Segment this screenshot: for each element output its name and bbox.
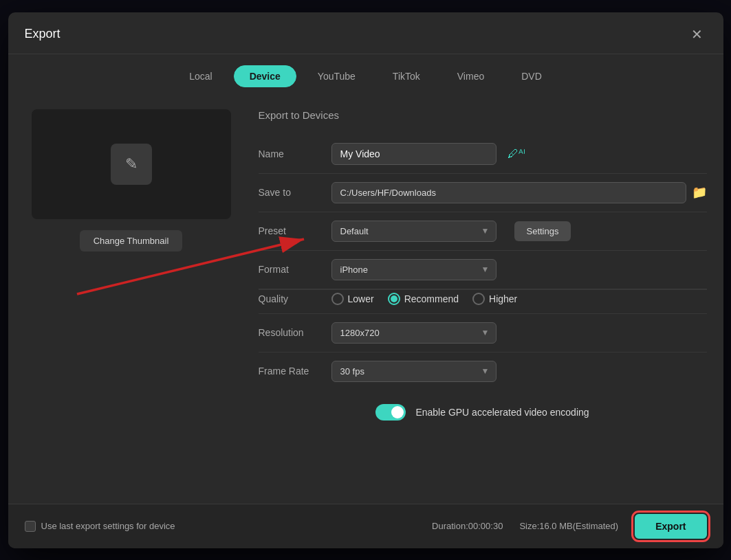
quality-recommend-label: Recommend bbox=[404, 293, 459, 304]
quality-recommend[interactable]: Recommend bbox=[388, 293, 459, 305]
left-panel: ✎ Change Thumbnail bbox=[25, 109, 238, 493]
right-panel: Export to Devices Name 🖊ᴬᴵ Save to 📁 bbox=[259, 109, 707, 493]
preset-select[interactable]: Default Custom bbox=[331, 221, 497, 242]
size-text: Size:16.0 MB(Estimated) bbox=[519, 521, 618, 531]
format-label: Format bbox=[259, 264, 320, 275]
quality-row: Quality Lower Recommend bbox=[259, 289, 707, 313]
path-row: 📁 bbox=[331, 182, 707, 203]
folder-browse-button[interactable]: 📁 bbox=[692, 185, 707, 200]
quality-label: Quality bbox=[259, 293, 320, 304]
save-to-row: Save to 📁 bbox=[259, 173, 707, 212]
gpu-label: Enable GPU accelerated video encoding bbox=[415, 407, 589, 418]
format-select-wrapper: iPhone iPad Android Apple TV ▼ bbox=[331, 259, 497, 280]
frame-rate-select-wrapper: 24 fps 30 fps 60 fps ▼ bbox=[331, 361, 497, 382]
format-select[interactable]: iPhone iPad Android Apple TV bbox=[331, 259, 497, 280]
thumbnail-icon: ✎ bbox=[111, 144, 152, 185]
save-to-input[interactable] bbox=[331, 182, 686, 203]
toggle-knob bbox=[391, 406, 404, 418]
name-label: Name bbox=[259, 148, 320, 159]
footer-meta: Duration:00:00:30 Size:16.0 MB(Estimated… bbox=[432, 514, 706, 539]
resolution-select[interactable]: 1280x720 1920x1080 3840x2160 bbox=[331, 322, 497, 344]
export-dialog: Export ✕ Local Device YouTube TikTok Vim… bbox=[8, 12, 723, 548]
dialog-title: Export bbox=[25, 27, 61, 41]
tabs-row: Local Device YouTube TikTok Vimeo DVD bbox=[8, 54, 723, 98]
frame-rate-label: Frame Rate bbox=[259, 366, 320, 377]
quality-higher[interactable]: Higher bbox=[472, 293, 517, 305]
quality-higher-radio[interactable] bbox=[472, 293, 485, 305]
form-rows: Name 🖊ᴬᴵ Save to 📁 Preset bbox=[259, 135, 707, 390]
backdrop: Export ✕ Local Device YouTube TikTok Vim… bbox=[0, 0, 731, 560]
quality-lower-radio[interactable] bbox=[331, 293, 344, 305]
quality-recommend-radio[interactable] bbox=[388, 293, 400, 305]
close-button[interactable]: ✕ bbox=[688, 25, 707, 44]
tab-youtube[interactable]: YouTube bbox=[302, 65, 371, 87]
format-row: Format iPhone iPad Android Apple TV ▼ bbox=[259, 250, 707, 289]
quality-lower-label: Lower bbox=[348, 293, 374, 304]
duration-text: Duration:00:00:30 bbox=[432, 521, 503, 531]
quality-lower[interactable]: Lower bbox=[331, 293, 374, 305]
quality-group: Lower Recommend Higher bbox=[331, 293, 707, 305]
change-thumbnail-button[interactable]: Change Thumbnail bbox=[80, 230, 183, 251]
thumbnail-preview: ✎ bbox=[32, 109, 231, 219]
dialog-footer: Use last export settings for device Dura… bbox=[8, 504, 723, 548]
name-input[interactable] bbox=[331, 143, 497, 165]
section-title: Export to Devices bbox=[259, 109, 707, 121]
resolution-label: Resolution bbox=[259, 327, 320, 338]
preset-select-wrapper: Default Custom ▼ bbox=[331, 221, 497, 242]
use-last-settings: Use last export settings for device bbox=[25, 521, 175, 532]
frame-rate-select[interactable]: 24 fps 30 fps 60 fps bbox=[331, 361, 497, 382]
dialog-body: ✎ Change Thumbnail Export to Devices Nam… bbox=[8, 98, 723, 504]
tab-local[interactable]: Local bbox=[173, 65, 228, 87]
tab-vimeo[interactable]: Vimeo bbox=[441, 65, 500, 87]
quality-higher-label: Higher bbox=[489, 293, 517, 304]
resolution-row: Resolution 1280x720 1920x1080 3840x2160 … bbox=[259, 313, 707, 352]
use-last-label: Use last export settings for device bbox=[41, 521, 175, 531]
name-row: Name 🖊ᴬᴵ bbox=[259, 135, 707, 173]
tab-dvd[interactable]: DVD bbox=[505, 65, 558, 87]
resolution-select-wrapper: 1280x720 1920x1080 3840x2160 ▼ bbox=[331, 322, 497, 344]
gpu-toggle[interactable] bbox=[375, 404, 406, 421]
settings-button[interactable]: Settings bbox=[514, 221, 571, 241]
use-last-checkbox[interactable] bbox=[25, 521, 36, 532]
preset-label: Preset bbox=[259, 225, 320, 236]
tab-tiktok[interactable]: TikTok bbox=[377, 65, 436, 87]
gpu-row: Enable GPU accelerated video encoding bbox=[259, 390, 707, 434]
frame-rate-row: Frame Rate 24 fps 30 fps 60 fps ▼ bbox=[259, 352, 707, 390]
ai-icon[interactable]: 🖊ᴬᴵ bbox=[508, 147, 525, 160]
save-to-label: Save to bbox=[259, 187, 320, 198]
export-button[interactable]: Export bbox=[635, 514, 706, 539]
dialog-header: Export ✕ bbox=[8, 12, 723, 54]
quality-recommend-inner bbox=[391, 295, 397, 302]
preset-row: Preset Default Custom ▼ Settings bbox=[259, 212, 707, 250]
tab-device[interactable]: Device bbox=[234, 65, 296, 87]
